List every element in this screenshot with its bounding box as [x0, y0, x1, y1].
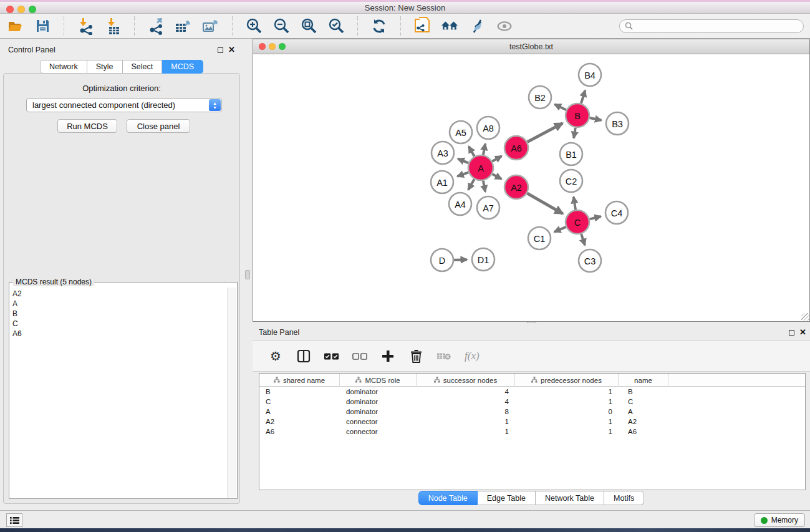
zoom-out-icon[interactable]: [272, 17, 290, 35]
edge-A6-B[interactable]: [528, 123, 562, 142]
node-A2[interactable]: A2: [504, 175, 528, 199]
node-A5[interactable]: A5: [450, 121, 472, 143]
close-table-panel-icon[interactable]: ✕: [799, 329, 806, 336]
edge-A-A3[interactable]: [458, 159, 468, 163]
node-C4[interactable]: C4: [605, 201, 628, 224]
edge-A-A6[interactable]: [492, 156, 501, 162]
minimize-window-button[interactable]: [17, 6, 25, 13]
optimization-criterion-select[interactable]: largest connected component (directed) ▲…: [26, 98, 222, 112]
edge-C-C1[interactable]: [554, 227, 566, 232]
node-C2[interactable]: C2: [560, 170, 582, 192]
node-D1[interactable]: D1: [472, 248, 494, 271]
result-item-b[interactable]: B: [12, 309, 225, 319]
node-C1[interactable]: C1: [528, 227, 551, 249]
network-minimize-button[interactable]: [269, 43, 276, 50]
tab-style[interactable]: Style: [87, 60, 123, 74]
edge-A2-C[interactable]: [527, 193, 562, 214]
result-item-a[interactable]: A: [12, 299, 225, 309]
result-item-a6[interactable]: A6: [12, 329, 225, 339]
node-C[interactable]: C: [566, 210, 589, 234]
export-image-icon[interactable]: [202, 17, 219, 35]
edge-B-B2[interactable]: [554, 104, 566, 110]
node-A1[interactable]: A1: [431, 171, 453, 193]
mcds-result-scrollbar[interactable]: [227, 288, 236, 498]
float-table-panel-icon[interactable]: [789, 330, 794, 336]
tab-edge-table[interactable]: Edge Table: [478, 491, 536, 505]
node-A4[interactable]: A4: [449, 193, 471, 215]
node-B4[interactable]: B4: [579, 64, 601, 86]
flag-icon[interactable]: [468, 17, 486, 35]
import-network-icon[interactable]: [77, 17, 94, 35]
node-A[interactable]: A: [468, 155, 493, 180]
tab-mcds[interactable]: MCDS: [162, 60, 203, 74]
node-A7[interactable]: A7: [477, 196, 499, 219]
run-mcds-button[interactable]: Run MCDS: [57, 119, 117, 133]
zoom-selected-icon[interactable]: [327, 17, 345, 35]
column-selector-icon[interactable]: [296, 349, 311, 364]
eye-icon[interactable]: [496, 17, 513, 35]
node-A3[interactable]: A3: [432, 142, 454, 164]
close-panel-button[interactable]: Close panel: [127, 119, 190, 133]
edge-C-C3[interactable]: [581, 234, 585, 245]
table-row-a[interactable]: Adominator80A: [259, 407, 805, 417]
edge-C-C4[interactable]: [589, 216, 600, 219]
network-canvas[interactable]: AA1A2A3A4A5A6A7A8BB1B2B3B4CC1C2C3C4DD1: [253, 54, 809, 321]
export-table-icon[interactable]: [175, 17, 192, 35]
close-window-button[interactable]: [6, 6, 14, 13]
edge-A-A4[interactable]: [468, 179, 475, 190]
tab-network-table[interactable]: Network Table: [536, 491, 604, 505]
node-C3[interactable]: C3: [579, 249, 601, 272]
tab-node-table[interactable]: Node Table: [418, 491, 478, 505]
refresh-icon[interactable]: [370, 17, 388, 35]
memory-button[interactable]: Memory: [754, 513, 805, 527]
edge-C-C2[interactable]: [574, 197, 576, 210]
result-item-c[interactable]: C: [12, 319, 225, 329]
zoom-fit-icon[interactable]: [300, 17, 317, 35]
tab-motifs[interactable]: Motifs: [604, 491, 644, 505]
search-input[interactable]: [619, 19, 804, 33]
node-B3[interactable]: B3: [606, 112, 629, 135]
new-network-from-file-icon[interactable]: [413, 17, 431, 35]
edge-B-B1[interactable]: [574, 128, 576, 138]
open-folder-icon[interactable]: [6, 17, 24, 35]
node-D[interactable]: D: [431, 249, 453, 271]
task-history-button[interactable]: [6, 513, 22, 527]
table-row-a6[interactable]: A6connector11A6: [259, 427, 805, 437]
node-B1[interactable]: B1: [560, 143, 582, 165]
column-header-successor-nodes[interactable]: successor nodes: [417, 374, 515, 387]
node-B[interactable]: B: [566, 104, 589, 127]
zoom-in-icon[interactable]: [245, 17, 263, 35]
add-column-icon[interactable]: [380, 349, 395, 364]
save-icon[interactable]: [34, 17, 51, 35]
edge-B-B3[interactable]: [590, 118, 602, 120]
select-all-icon[interactable]: [324, 349, 339, 364]
column-header-mcds-role[interactable]: MCDS role: [340, 374, 417, 387]
homes-icon[interactable]: [441, 17, 458, 35]
node-B2[interactable]: B2: [529, 86, 551, 109]
zoom-window-button[interactable]: [29, 6, 36, 13]
vertical-splitter-handle[interactable]: [245, 270, 250, 279]
node-A8[interactable]: A8: [477, 117, 499, 139]
edge-A-A5[interactable]: [469, 147, 475, 157]
table-row-b[interactable]: Bdominator41B: [259, 387, 805, 397]
edge-B-B4[interactable]: [581, 90, 585, 104]
deselect-all-icon[interactable]: [352, 349, 367, 364]
table-row-c[interactable]: Cdominator41C: [259, 397, 805, 407]
edge-A-A1[interactable]: [457, 172, 468, 177]
tab-network[interactable]: Network: [40, 60, 87, 74]
column-header-shared-name[interactable]: shared name: [259, 374, 340, 387]
column-header-name[interactable]: name: [619, 374, 668, 387]
import-table-icon[interactable]: [104, 17, 122, 35]
gear-icon[interactable]: ⚙: [268, 349, 283, 364]
network-close-button[interactable]: [259, 43, 266, 50]
delete-column-icon[interactable]: [408, 349, 423, 364]
close-panel-icon[interactable]: ✕: [228, 47, 235, 53]
tab-select[interactable]: Select: [123, 60, 163, 74]
resize-grip-icon[interactable]: [801, 313, 809, 321]
node-A6[interactable]: A6: [504, 136, 528, 160]
table-row-a2[interactable]: A2connector11A2: [259, 417, 805, 427]
network-zoom-button[interactable]: [279, 43, 286, 50]
column-header-predecessor-nodes[interactable]: predecessor nodes: [515, 374, 619, 387]
result-item-a2[interactable]: A2: [12, 289, 225, 299]
float-panel-icon[interactable]: [218, 47, 223, 53]
